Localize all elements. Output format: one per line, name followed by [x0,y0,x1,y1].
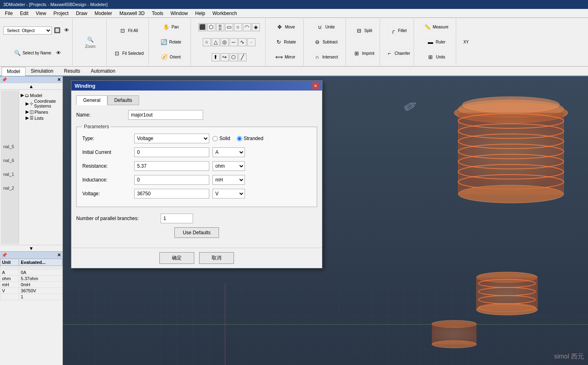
use-defaults-button[interactable]: Use Defaults [174,227,219,238]
parallel-branches-input[interactable] [161,214,193,223]
menu-file[interactable]: File [2,10,16,17]
tree-lists[interactable]: ▶ ☰ Lists [25,115,61,121]
voltage-unit-select[interactable]: V kV mV [212,189,245,199]
tree-model[interactable]: ▶ 🗂 Model [20,92,61,98]
stranded-radio[interactable] [237,136,242,141]
imprint-button[interactable]: ⊞ Imprint [351,48,377,58]
ruler-icon: ▬ [426,38,434,46]
menu-edit[interactable]: Edit [17,10,32,17]
resistance-unit-select[interactable]: ohm kOhm [212,161,245,171]
select-object-dropdown[interactable]: Select: Object [3,26,52,35]
pin2-icon: 📌 [2,253,7,258]
simol-logo: simol 西元 [554,352,584,361]
subtract-button[interactable]: ⊖ Subtract [311,37,339,47]
winding-dialog[interactable]: Winding ✕ General Defaults Name: [71,80,322,268]
menu-workbench[interactable]: Workbench [209,10,240,17]
split-button[interactable]: ⊟ Split [353,26,374,36]
fit-all-button[interactable]: ⊡ Fit All [117,26,140,36]
fit-selected-button[interactable]: ⊡ Fit Selected [111,48,146,58]
scroll-up-button[interactable]: ▲ [0,83,62,90]
chamfer-button[interactable]: ⌐ Chamfer [383,48,412,58]
close2-icon[interactable]: ✕ [57,253,61,258]
cone-icon[interactable]: △ [212,38,220,46]
props-panel-header: 📌 ✕ [0,252,62,259]
mirror-button[interactable]: ⟺ Mirror [273,52,297,62]
scroll-down-button[interactable]: ▼ [0,245,62,251]
rect-icon[interactable]: ▭ [225,23,233,31]
intersect-button[interactable]: ∩ Intersect [311,52,340,62]
menu-tools[interactable]: Tools [149,10,167,17]
multi-icon[interactable]: ⣿ [216,23,224,31]
arc-icon[interactable]: ◠ [243,23,251,31]
hex-icon[interactable]: ⬡ [230,53,238,61]
orient-button[interactable]: 🧭 Orient [158,52,182,62]
confirm-button[interactable]: 确定 [159,252,194,264]
point-icon[interactable]: · [247,38,255,46]
move-button[interactable]: ✥ Move [274,22,297,32]
torus-icon[interactable]: ◎ [221,38,229,46]
dialog-footer: 确定 取消 [71,248,322,268]
name-input[interactable] [128,110,203,120]
sweep-icon[interactable]: ↪ [221,53,229,61]
xy-button[interactable]: XY [461,39,471,45]
menu-maxwell3d[interactable]: Maxwell 3D [116,10,148,17]
tab-model[interactable]: Model [2,67,26,76]
select-by-name-button[interactable]: 🔍 Select by Name [11,48,54,58]
rotate2-button[interactable]: ↻ Rotate [273,37,298,47]
spline-icon[interactable]: ∿ [238,38,247,46]
dialog-tab-defaults[interactable]: Defaults [107,95,139,105]
ruler-button[interactable]: ▬ Ruler [424,37,447,47]
parallel-branches-label: Number of parallel branches: [76,216,157,221]
cancel-button[interactable]: 取消 [199,252,234,264]
close-icon[interactable]: ✕ [57,77,61,82]
line-icon[interactable]: ─ [230,38,238,46]
svg-point-5 [462,97,560,113]
tree-planes[interactable]: ▶ ◫ Planes [25,109,61,115]
tab-automation[interactable]: Automation [86,67,121,76]
side-label-nal5: nal_5 [2,144,18,149]
pan-button[interactable]: ✋ Pan [160,22,181,32]
solid-radio-label[interactable]: Solid [212,136,230,141]
line2-icon[interactable]: ╱ [238,53,247,61]
prop-row-A: A 0A [0,270,62,276]
type-select[interactable]: Voltage Current [134,134,209,143]
fillet-button[interactable]: ╭ Fillet [387,26,409,36]
solid-radio[interactable] [212,136,218,141]
rotate-button[interactable]: 🔄 Rotate [158,37,183,47]
menu-window[interactable]: Window [167,10,191,17]
cylinder-icon[interactable]: ⬡ [207,23,215,31]
initial-current-input[interactable] [134,147,209,157]
inductance-input[interactable] [134,175,209,185]
menu-draw[interactable]: Draw [73,10,90,17]
menu-modeler[interactable]: Modeler [91,10,115,17]
prop-row-ohm: ohm 5.37ohm [0,276,62,282]
initial-current-unit-select[interactable]: A mA kA [212,147,245,157]
stranded-radio-label[interactable]: Stranded [237,136,264,141]
sphere-icon[interactable]: ○ [203,38,211,46]
tab-simulation[interactable]: Simulation [26,67,59,76]
tree-coordinate-systems[interactable]: ▶ ⊹ Coordinate Systems [25,98,61,109]
menu-project[interactable]: Project [50,10,72,17]
measure-button[interactable]: 📏 Measure [421,22,451,32]
intersect-icon: ∩ [313,53,321,61]
model-icon: 🗂 [25,93,29,98]
dialog-close-button[interactable]: ✕ [312,82,319,89]
zoom-button[interactable]: 🔍 Zoom [82,34,99,50]
unit-A: A [0,270,19,276]
voltage-input[interactable] [134,189,209,199]
units-button[interactable]: ⊞ Units [425,52,447,62]
resistance-input[interactable] [134,161,209,171]
unite-button[interactable]: ∪ Unite [314,22,337,32]
extrude-icon[interactable]: ⬆ [212,53,220,61]
inductance-unit-select[interactable]: mH H uH [212,175,245,185]
circle-icon[interactable]: ○ [234,23,242,31]
dialog-tab-general[interactable]: General [76,95,107,105]
3d-icon[interactable]: ◈ [252,23,260,31]
inductance-label: Inductance: [82,177,131,183]
menu-view[interactable]: View [32,10,49,17]
menu-help[interactable]: Help [192,10,208,17]
eval-mH: 0mH [19,282,62,288]
inductance-row: Inductance: mH H uH [82,175,311,185]
tab-results[interactable]: Results [59,67,86,76]
box-icon[interactable]: ⬛ [198,23,206,31]
